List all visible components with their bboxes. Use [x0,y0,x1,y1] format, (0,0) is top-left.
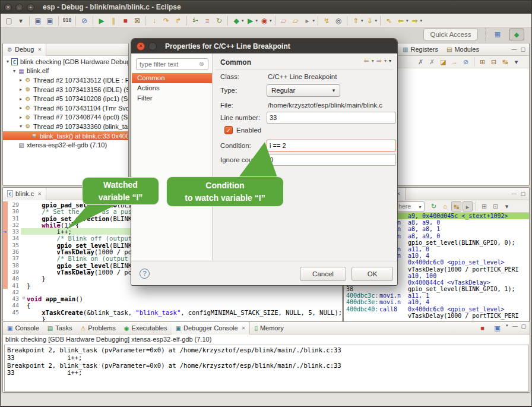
terminate-icon[interactable]: ■ [477,323,487,333]
last-edit-icon[interactable]: ⇖ [384,15,394,26]
close-icon[interactable]: ✕ [37,191,42,197]
help-icon[interactable]: ? [140,269,150,279]
flash-icon[interactable]: ↯ [321,15,332,26]
ok-button[interactable]: OK [352,267,393,281]
skip-breakpoints-icon[interactable]: ⊘ [79,15,90,26]
debug-tree-row[interactable]: ▸⚙Thread #3 1073413156 (IDLE) (Susp [3,85,128,94]
view-menu-icon[interactable]: ▾ [502,201,512,212]
sync-icon[interactable]: ↹ [451,201,461,212]
debug-tree-row[interactable]: ▾Cblink checking [GDB Hardware Debug [3,57,128,67]
debug-tree-row[interactable]: ▾▦blink.elf [3,67,128,76]
track-icon[interactable]: ▸ [463,201,473,212]
show-supported-icon[interactable]: ◪ [438,57,448,67]
new-view-icon[interactable]: ⊞ [479,201,489,212]
save-all-icon[interactable]: ▣ [45,15,55,26]
profile-icon[interactable]: ◉ [259,15,270,26]
ignore-count-input[interactable] [267,154,396,166]
debug-tree-row[interactable]: ▸⚙Thread #2 1073413512 (IDLE : Runn [3,75,128,85]
clear-filter-icon[interactable]: ⊗ [199,61,204,67]
expand-all-icon[interactable]: ⊞ [477,57,487,67]
refresh-icon[interactable]: ↻ [429,201,439,212]
reverse-icon[interactable]: ↻ [214,15,224,26]
terminate-icon[interactable]: ■ [120,15,131,26]
tab-console[interactable]: ▣Console [3,322,43,335]
window-maximize-button[interactable]: + [27,4,34,11]
condition-input[interactable] [267,140,396,152]
next-annotation-icon[interactable]: ⇓ [365,15,375,26]
dialog-nav-item-actions[interactable]: Actions [132,83,212,93]
link-icon[interactable]: ↹ [500,57,510,67]
tab-modules[interactable]: ▤Modules [442,43,483,56]
breakpoint-instruction-pointer-icon[interactable]: → [3,228,7,235]
minimize-icon[interactable]: — [512,323,517,333]
chevron-down-icon[interactable]: ▾ [256,18,258,23]
dialog-nav-item-common[interactable]: Common [132,73,212,83]
tab-problems[interactable]: ⚠Problems [76,322,119,335]
c-perspective-button[interactable]: ▦ [490,29,505,40]
run-icon[interactable]: ▶ [245,15,256,26]
chevron-down-icon[interactable]: ▼ [418,203,422,212]
window-close-button[interactable]: ✕ [4,4,12,11]
minimize-icon[interactable]: — [511,191,517,197]
quick-access-button[interactable]: Quick Access [423,29,478,40]
tab-executables[interactable]: ◉Executables [120,322,172,335]
collapsed-icon[interactable]: ▸ [18,87,24,92]
collapsed-icon[interactable]: ▸ [18,77,24,83]
memory-icon[interactable]: ≡ [202,15,213,26]
debug-tree-row[interactable]: ▾⚙Thread #9 1073433360 (blink_task [3,122,128,131]
collapse-all-icon[interactable]: ⊟ [489,57,499,67]
tab-registers[interactable]: ▥Registers [398,43,442,56]
debug-tree-row[interactable]: ▸⚙Thread #5 1073410208 (ipc1) (Susp [3,94,128,103]
debug-tree-row[interactable]: ▸⚙Thread #6 1073431104 (Tmr Svc) (S [3,103,128,113]
tab-memory[interactable]: ▯Memory [250,322,287,335]
cancel-button[interactable]: Cancel [300,267,346,281]
close-icon[interactable]: ✕ [242,326,246,331]
close-icon[interactable]: ✕ [37,47,42,52]
step-over-icon[interactable]: ↷ [161,15,172,26]
chevron-down-icon[interactable]: ▾ [406,18,408,23]
back-dropdown-icon[interactable]: ▾ [372,58,374,64]
tab-debug[interactable]: ⚙ Debug ✕ [3,43,46,56]
maximize-icon[interactable]: ▢ [520,191,525,197]
import-icon[interactable]: ▱ [290,15,301,26]
expanded-icon[interactable]: ▾ [5,59,11,64]
goto-file-icon[interactable]: → [449,57,460,67]
skip-all-icon[interactable]: ⊘ [461,57,471,67]
step-return-icon[interactable]: ↱ [173,15,183,26]
enabled-checkbox[interactable]: ✓ [224,126,233,134]
chevron-down-icon[interactable]: ▾ [242,18,244,23]
collapsed-icon[interactable]: ▸ [18,115,24,120]
fold-icon[interactable]: ⊖ [21,295,27,302]
instruction-stepping-icon[interactable]: i→ [190,15,201,26]
view-menu-icon[interactable]: ▾ [511,57,521,67]
binary-icon[interactable]: 010 [62,15,72,26]
dialog-close-button[interactable]: ✕ [137,42,145,51]
collapsed-icon[interactable]: ▸ [18,96,24,102]
minimize-icon[interactable]: — [511,46,517,52]
back-icon[interactable]: ⇐ [395,15,406,26]
chevron-down-icon[interactable]: ▾ [506,323,508,333]
stack-frame-row[interactable]: ≡blink_task() at blink.c:33 0x400db [3,131,128,141]
chevron-down-icon[interactable]: ▾ [420,18,423,23]
type-select[interactable]: Regular ▼ [267,84,340,97]
chevron-down-icon[interactable]: ▾ [270,18,272,23]
chevron-down-icon[interactable]: ▾ [313,18,315,23]
home-icon[interactable]: ⌂ [440,201,450,212]
forward-icon[interactable]: ⇒ [410,15,420,26]
view-menu-icon[interactable]: ▾ [389,58,391,64]
expanded-icon[interactable]: ▾ [18,124,24,129]
line-number-input[interactable] [267,112,396,124]
remove-breakpoint-icon[interactable]: ✗ [416,57,426,67]
new-wizard-icon[interactable]: ▢ [4,15,14,26]
disconnect-icon[interactable]: ⊠ [132,15,142,26]
remove-all-breakpoints-icon[interactable]: ✗ [427,57,437,67]
prev-annotation-icon[interactable]: ⇑ [350,15,361,26]
resume-icon[interactable]: ▶ [96,15,107,26]
debug-perspective-button[interactable]: ◆ [509,29,524,40]
maximize-icon[interactable]: ▢ [521,323,526,333]
tab-debugger-console[interactable]: ▣Debugger Console✕ [172,322,251,335]
back-icon[interactable]: ⇐ [364,57,369,65]
debug-tree-row[interactable]: ▧xtensa-esp32-elf-gdb (7.10) [3,140,128,150]
chevron-down-icon[interactable]: ▾ [375,18,378,23]
dialog-maximize-button[interactable] [148,42,157,51]
